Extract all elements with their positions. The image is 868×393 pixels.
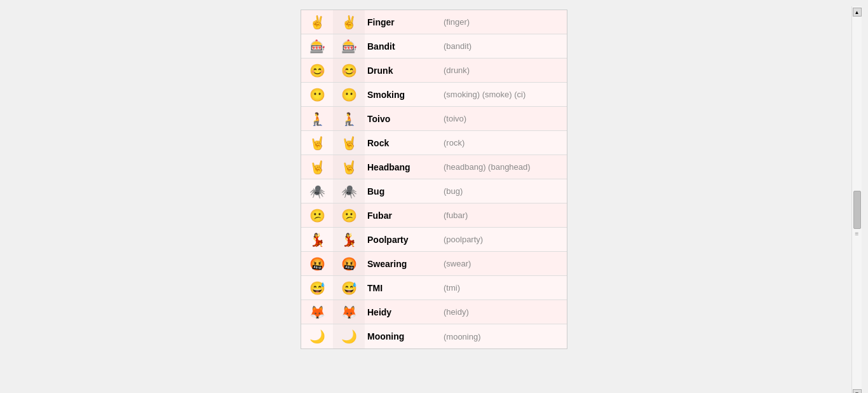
emoji-name-heidy: Heidy [365, 303, 441, 321]
emoji-name-mooning: Mooning [365, 328, 441, 345]
emoji-static-finger: ✌️ [301, 10, 333, 34]
emoji-name-bug: Bug [365, 183, 441, 200]
table-row: 🕷️ 🕷️ Bug (bug) [301, 179, 567, 203]
table-row: 🦊 🦊 Heidy (heidy) [301, 300, 567, 324]
emoji-shortcuts-poolparty: (poolparty) [441, 231, 567, 248]
emoji-static-drunk: 😊 [301, 59, 333, 82]
table-row: 😅 😅 TMI (tmi) [301, 276, 567, 300]
emoji-static-heidy: 🦊 [301, 300, 333, 324]
emoji-animated-rock: 🤘 [333, 131, 365, 155]
emoji-name-fubar: Fubar [365, 207, 441, 224]
emoji-static-fubar: 😕 [301, 203, 333, 227]
emoji-animated-finger: ✌️ [333, 10, 365, 34]
scroll-down-button[interactable]: ▼ [853, 389, 862, 393]
emoji-shortcuts-headbang: (headbang) (banghead) [441, 158, 567, 176]
table-row: ✌️ ✌️ Finger (finger) [301, 10, 567, 34]
emoji-name-finger: Finger [365, 13, 441, 31]
emoji-name-headbang: Headbang [365, 158, 441, 176]
emoji-static-toivo: 🧎 [301, 107, 333, 130]
scrollbar[interactable]: ▲ ≡ ▼ [851, 6, 862, 393]
emoji-shortcuts-toivo: (toivo) [441, 110, 567, 127]
emoji-static-smoking: 😶 [301, 83, 333, 106]
emoji-name-swearing: Swearing [365, 255, 441, 273]
emoji-static-bandit: 🎰 [301, 34, 333, 58]
table-row: 🧎 🧎 Toivo (toivo) [301, 107, 567, 131]
table-row: 🌙 🌙 Mooning (mooning) [301, 324, 567, 348]
emoji-shortcuts-fubar: (fubar) [441, 207, 567, 224]
emoji-shortcuts-heidy: (heidy) [441, 303, 567, 321]
emoji-shortcuts-finger: (finger) [441, 13, 567, 31]
table-row: 😶 😶 Smoking (smoking) (smoke) (ci) [301, 83, 567, 107]
emoji-name-smoking: Smoking [365, 86, 441, 104]
table-row: 😊 😊 Drunk (drunk) [301, 59, 567, 83]
emoji-name-tmi: TMI [365, 279, 441, 297]
table-row: 🎰 🎰 Bandit (bandit) [301, 34, 567, 59]
emoji-name-drunk: Drunk [365, 62, 441, 79]
emoji-static-mooning: 🌙 [301, 324, 333, 348]
emoji-static-bug: 🕷️ [301, 179, 333, 203]
emoji-shortcuts-swearing: (swear) [441, 255, 567, 272]
emoji-name-toivo: Toivo [365, 110, 441, 128]
emoji-animated-smoking: 😶 [333, 83, 365, 106]
emoji-shortcuts-drunk: (drunk) [441, 62, 567, 79]
emoji-animated-poolparty: 💃 [333, 228, 365, 251]
emoji-name-poolparty: Poolparty [365, 231, 441, 249]
emoji-animated-fubar: 😕 [333, 203, 365, 227]
scrollbar-thumb[interactable] [853, 191, 861, 229]
emoji-shortcuts-tmi: (tmi) [441, 279, 567, 296]
emoji-animated-bandit: 🎰 [333, 34, 365, 58]
emoji-static-poolparty: 💃 [301, 228, 333, 251]
emoji-static-tmi: 😅 [301, 276, 333, 300]
emoji-shortcuts-bandit: (bandit) [441, 38, 567, 55]
table-row: 😕 😕 Fubar (fubar) [301, 203, 567, 228]
scroll-up-button[interactable]: ▲ [853, 8, 862, 17]
emoji-table: ✌️ ✌️ Finger (finger) 🎰 🎰 Bandit (bandit… [301, 10, 567, 349]
scrollbar-arrows: ▲ ≡ ▼ [853, 6, 862, 393]
table-row: 💃 💃 Poolparty (poolparty) [301, 228, 567, 252]
table-row: 🤬 🤬 Swearing (swear) [301, 252, 567, 276]
emoji-animated-bug: 🕷️ [333, 179, 365, 203]
emoji-animated-heidy: 🦊 [333, 300, 365, 324]
emoji-static-swearing: 🤬 [301, 252, 333, 275]
emoji-shortcuts-mooning: (mooning) [441, 328, 567, 345]
emoji-animated-mooning: 🌙 [333, 324, 365, 348]
table-row: 🤘 🤘 Rock (rock) [301, 131, 567, 155]
page-wrapper: ✌️ ✌️ Finger (finger) 🎰 🎰 Bandit (bandit… [6, 6, 862, 387]
emoji-shortcuts-smoking: (smoking) (smoke) (ci) [441, 86, 567, 103]
emoji-animated-swearing: 🤬 [333, 252, 365, 275]
scrollbar-grip: ≡ [855, 230, 859, 237]
table-row: 🤘 🤘 Headbang (headbang) (banghead) [301, 155, 567, 179]
emoji-name-bandit: Bandit [365, 38, 441, 55]
emoji-animated-drunk: 😊 [333, 59, 365, 82]
emoji-animated-headbang: 🤘 [333, 155, 365, 179]
emoji-animated-tmi: 😅 [333, 276, 365, 300]
emoji-static-rock: 🤘 [301, 131, 333, 155]
emoji-shortcuts-rock: (rock) [441, 134, 567, 151]
emoji-shortcuts-bug: (bug) [441, 183, 567, 200]
emoji-static-headbang: 🤘 [301, 155, 333, 179]
emoji-name-rock: Rock [365, 134, 441, 152]
emoji-animated-toivo: 🧎 [333, 107, 365, 130]
